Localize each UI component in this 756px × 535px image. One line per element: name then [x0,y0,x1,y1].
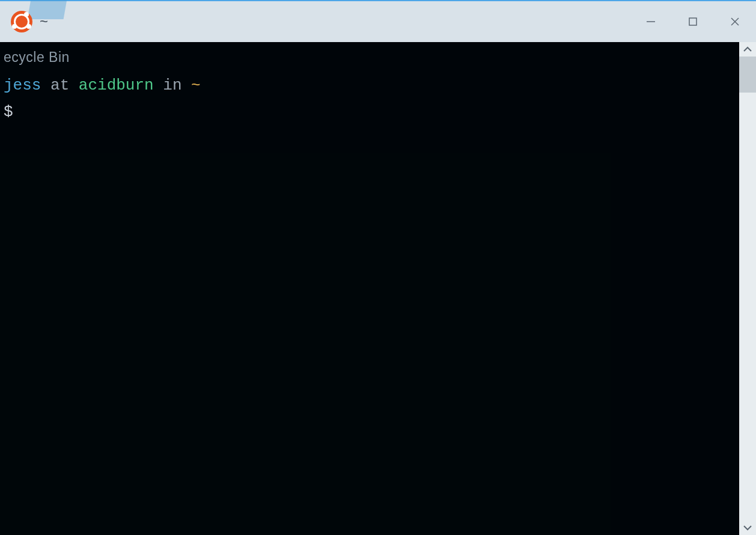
close-icon [730,16,740,27]
window-title: ~ [40,13,48,30]
prompt-symbol: $ [4,100,754,124]
titlebar[interactable]: ~ [0,0,756,42]
prompt-context-line: jess at acidburn in ~ [4,73,754,97]
prompt-user: jess [4,76,41,94]
scrollbar-thumb[interactable] [739,57,756,93]
window-controls [630,1,756,43]
terminal-body[interactable]: ecycle Bin jess at acidburn in ~ $ [0,42,756,535]
prompt-host: acidburn [79,76,154,94]
prompt-in: in [154,76,191,94]
close-button[interactable] [714,1,756,43]
minimize-button[interactable] [630,1,672,43]
desktop-recycle-bin-label: ecycle Bin [4,47,754,69]
chevron-down-icon [743,525,752,531]
scroll-down-button[interactable] [739,521,756,535]
vertical-scrollbar[interactable] [739,42,756,535]
prompt-path: ~ [191,76,201,94]
chevron-up-icon [743,46,752,52]
prompt-at: at [41,76,78,94]
maximize-icon [687,16,698,27]
titlebar-left: ~ [0,11,48,32]
scroll-up-button[interactable] [739,42,756,57]
minimize-icon [645,16,656,27]
maximize-button[interactable] [672,1,714,43]
ubuntu-logo-icon [11,11,32,32]
svg-rect-1 [689,18,697,25]
